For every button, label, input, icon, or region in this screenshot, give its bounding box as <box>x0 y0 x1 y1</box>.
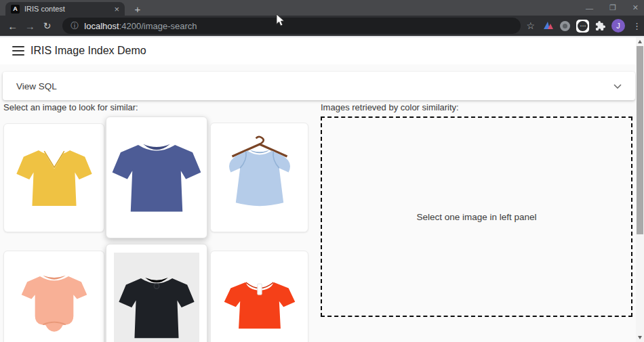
extension-clock-icon[interactable] <box>560 21 570 31</box>
black-tshirt-photo-background <box>114 253 199 342</box>
gallery-image-lightblue-blouse[interactable] <box>210 123 308 232</box>
page-scrollbar[interactable] <box>636 37 644 342</box>
ellipsis-glyph: ⋯ <box>578 21 588 31</box>
gallery-image-blue-tshirt[interactable] <box>106 116 207 238</box>
extensions-puzzle-icon[interactable] <box>595 21 605 31</box>
scrollbar-up-arrow-icon[interactable] <box>638 40 642 43</box>
scrollbar-thumb[interactable] <box>637 46 643 234</box>
lightblue-blouse-image <box>216 134 303 221</box>
peach-onesie-image <box>12 263 97 342</box>
yellow-top-image <box>12 137 97 219</box>
new-tab-button[interactable]: + <box>130 2 145 16</box>
results-label: Images retrieved by color similarity: <box>321 102 459 112</box>
view-sql-label: View SQL <box>16 81 57 91</box>
extension-colorful-icon[interactable] <box>543 20 554 31</box>
scrollbar-down-arrow-icon[interactable] <box>638 336 642 339</box>
results-dropzone: Select one image in left panel <box>321 116 632 317</box>
browser-window: A IRIS contest × + — ❐ ✕ ← → ↻ ⓘ localho… <box>0 0 644 342</box>
tab-close-icon[interactable]: × <box>114 5 119 14</box>
tab-strip: A IRIS contest × + — ❐ ✕ <box>0 0 644 16</box>
black-tshirt-image <box>114 253 199 342</box>
window-minimize-button[interactable]: — <box>586 4 593 12</box>
browser-toolbar: ← → ↻ ⓘ localhost:4200/image-search ☆ ⋯ … <box>0 16 644 36</box>
browser-menu-icon[interactable]: ⋮ <box>632 21 641 31</box>
menu-hamburger-icon[interactable] <box>12 46 24 56</box>
orange-crop-top-image <box>216 263 303 342</box>
gallery-image-black-tshirt[interactable] <box>106 244 207 342</box>
window-close-button[interactable]: ✕ <box>632 3 639 12</box>
profile-avatar[interactable]: J <box>611 19 625 33</box>
blue-tshirt-image <box>106 127 207 228</box>
gallery-image-peach-onesie[interactable] <box>3 251 104 342</box>
page-content: IRIS Image Index Demo View SQL Select an… <box>0 37 636 342</box>
gallery-label: Select an image to look for similar: <box>3 102 138 112</box>
url-host: localhost <box>84 21 119 31</box>
url-path: :4200/image-search <box>119 21 197 31</box>
extension-ellipsis-icon[interactable]: ⋯ <box>576 20 589 33</box>
gallery-image-orange-crop-top[interactable] <box>210 251 308 342</box>
address-bar[interactable]: ⓘ localhost:4200/image-search <box>62 18 521 34</box>
tab-title: IRIS contest <box>24 5 109 13</box>
bookmark-star-icon[interactable]: ☆ <box>526 20 535 31</box>
chevron-down-icon <box>613 84 622 89</box>
url-text[interactable]: localhost:4200/image-search <box>84 21 197 31</box>
app-header: IRIS Image Index Demo <box>0 37 636 64</box>
results-empty-message: Select one image in left panel <box>416 212 536 222</box>
tab-favicon-icon: A <box>11 5 20 14</box>
browser-tab[interactable]: A IRIS contest × <box>5 2 125 16</box>
site-info-icon[interactable]: ⓘ <box>71 20 79 32</box>
refresh-button[interactable]: ↻ <box>39 20 56 31</box>
forward-button[interactable]: → <box>21 20 38 32</box>
page-title: IRIS Image Index Demo <box>31 45 146 57</box>
view-sql-expansion-panel[interactable]: View SQL <box>3 72 635 100</box>
back-button[interactable]: ← <box>4 20 21 32</box>
window-restore-button[interactable]: ❐ <box>609 3 616 12</box>
gallery-image-yellow-top[interactable] <box>3 123 104 232</box>
